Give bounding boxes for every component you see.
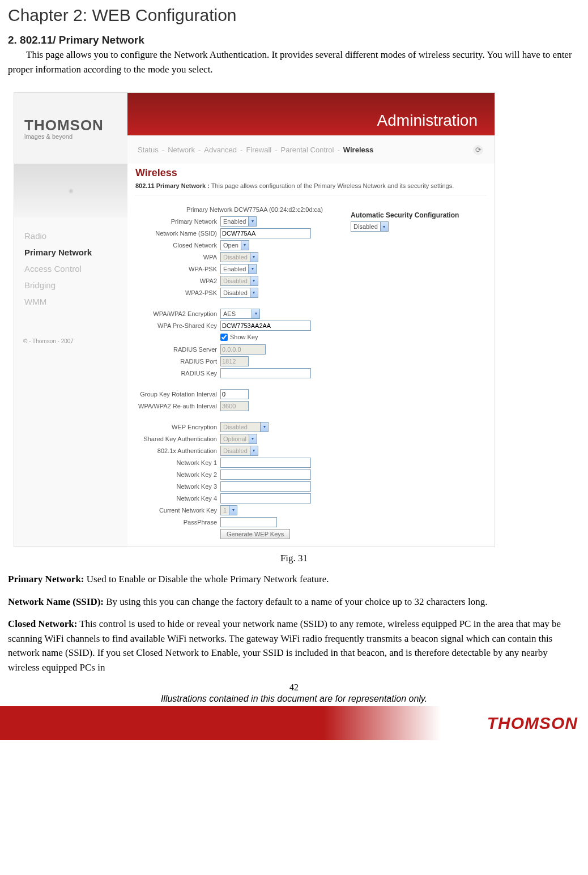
psk-label: WPA Pre-Shared Key bbox=[135, 322, 220, 329]
wpapsk-select[interactable]: Enabled▾ bbox=[220, 264, 257, 274]
autosec-select[interactable]: Disabled▾ bbox=[351, 221, 389, 232]
embedded-screenshot: THOMSON images & beyond Administration S… bbox=[14, 92, 495, 547]
page-number: 42 bbox=[8, 682, 580, 693]
wpa2psk-select[interactable]: Disabled▾ bbox=[220, 288, 258, 298]
shared-label: Shared Key Authentication bbox=[135, 436, 220, 442]
subheading-bold: 802.11 Primary Network : bbox=[135, 182, 210, 189]
admin-title: Administration bbox=[377, 112, 478, 130]
chevron-down-icon: ▾ bbox=[250, 253, 258, 262]
menu-status[interactable]: Status bbox=[138, 146, 159, 154]
wpa-label: WPA bbox=[135, 254, 220, 261]
intro-paragraph: This page allows you to configure the Ne… bbox=[8, 48, 580, 76]
wpa-select: Disabled▾ bbox=[220, 252, 258, 262]
chevron-down-icon: ▾ bbox=[248, 217, 256, 226]
group-key-input[interactable] bbox=[220, 389, 249, 399]
nk1-label: Network Key 1 bbox=[135, 459, 220, 466]
content-subheading: 802.11 Primary Network : This page allow… bbox=[135, 182, 487, 195]
curkey-label: Current Network Key bbox=[135, 507, 220, 514]
encryption-select[interactable]: AES▾ bbox=[220, 309, 260, 319]
reauth-input bbox=[220, 401, 249, 411]
logo-area: THOMSON images & beyond bbox=[14, 93, 127, 164]
curkey-select: 1▾ bbox=[220, 505, 237, 515]
admin-header-bar: Administration bbox=[127, 93, 495, 135]
shared-select: Optional▾ bbox=[220, 434, 257, 444]
psk-input[interactable] bbox=[220, 321, 311, 331]
sidebar-item-primary-network[interactable]: Primary Network bbox=[24, 244, 127, 261]
sidebar-item-bridging[interactable]: Bridging bbox=[24, 277, 127, 293]
nk2-input[interactable] bbox=[220, 469, 311, 480]
radius-port-label: RADIUS Port bbox=[135, 358, 220, 365]
autosec-title: Automatic Security Configuration bbox=[351, 211, 459, 219]
menu-network[interactable]: Network bbox=[168, 146, 195, 154]
chevron-down-icon: ▾ bbox=[241, 241, 249, 250]
group-key-label: Group Key Rotation Interval bbox=[135, 391, 220, 398]
primary-network-header: Primary Network DCW775AA (00:24:d2:c2:0d… bbox=[135, 206, 326, 213]
refresh-icon[interactable]: ⟳ bbox=[473, 145, 483, 155]
nk4-label: Network Key 4 bbox=[135, 495, 220, 502]
reauth-label: WPA/WPA2 Re-auth Interval bbox=[135, 403, 220, 409]
chevron-down-icon: ▾ bbox=[248, 264, 256, 274]
figure-caption: Fig. 31 bbox=[8, 553, 580, 564]
nk1-input[interactable] bbox=[220, 458, 311, 468]
ssid-label: Network Name (SSID) bbox=[135, 230, 220, 237]
wpapsk-label: WPA-PSK bbox=[135, 266, 220, 272]
chevron-down-icon: ▾ bbox=[250, 288, 258, 297]
nk4-input[interactable] bbox=[220, 493, 311, 503]
chevron-down-icon: ▾ bbox=[249, 434, 257, 443]
showkey-checkbox[interactable] bbox=[220, 334, 228, 341]
radius-server-input bbox=[220, 344, 266, 355]
subheading-text: This page allows configuration of the Pr… bbox=[210, 182, 454, 189]
radius-key-input[interactable] bbox=[220, 368, 311, 378]
menu-wireless[interactable]: Wireless bbox=[343, 146, 373, 154]
intro-text: This page allows you to configure the Ne… bbox=[8, 49, 572, 75]
nk3-label: Network Key 3 bbox=[135, 483, 220, 490]
chapter-title: Chapter 2: WEB Configuration bbox=[8, 6, 580, 25]
chevron-down-icon: ▾ bbox=[252, 309, 259, 318]
section-title: 2. 802.11/ Primary Network bbox=[8, 34, 580, 46]
ssid-input[interactable] bbox=[220, 228, 311, 238]
wep-select: Disabled▾ bbox=[220, 422, 269, 432]
footer-band: THOMSON bbox=[0, 706, 588, 740]
menu-advanced[interactable]: Advanced bbox=[204, 146, 237, 154]
radius-server-label: RADIUS Server bbox=[135, 346, 220, 353]
enc-label: WPA/WPA2 Encryption bbox=[135, 310, 220, 317]
logo-tagline: images & beyond bbox=[24, 133, 73, 140]
radius-key-label: RADIUS Key bbox=[135, 370, 220, 377]
sidebar-nav: Radio Primary Network Access Control Bri… bbox=[14, 217, 127, 332]
sidebar-copyright: © - Thomson - 2007 bbox=[14, 332, 127, 350]
wep-label: WEP Encryption bbox=[135, 424, 220, 430]
illustration-note: Illustrations contained in this document… bbox=[8, 693, 580, 706]
chevron-down-icon: ▾ bbox=[229, 506, 237, 515]
sidebar-item-wmm[interactable]: WMM bbox=[24, 293, 127, 310]
chevron-down-icon: ▾ bbox=[250, 446, 258, 455]
generate-wep-button[interactable]: Generate WEP Keys bbox=[220, 529, 290, 539]
main-menu: Status- Network- Advanced- Firewall- Par… bbox=[127, 135, 495, 164]
nk3-input[interactable] bbox=[220, 481, 311, 492]
dot1x-select: Disabled▾ bbox=[220, 446, 258, 456]
pass-label: PassPhrase bbox=[135, 519, 220, 526]
desc-primary-network: Primary Network: Used to Enable or Disab… bbox=[8, 572, 580, 587]
thomson-logo: THOMSON bbox=[24, 117, 104, 134]
menu-firewall[interactable]: Firewall bbox=[246, 146, 271, 154]
primary-network-select[interactable]: Enabled▾ bbox=[220, 216, 257, 227]
primary-network-label: Primary Network bbox=[135, 218, 220, 225]
desc-ssid: Network Name (SSID): By using this you c… bbox=[8, 595, 580, 609]
closed-label: Closed Network bbox=[135, 242, 220, 249]
footer-thomson-logo: THOMSON bbox=[487, 714, 578, 733]
chevron-down-icon: ▾ bbox=[250, 276, 258, 285]
nk2-label: Network Key 2 bbox=[135, 471, 220, 478]
desc-closed-network: Closed Network: This control is used to … bbox=[8, 617, 580, 675]
passphrase-input[interactable] bbox=[220, 517, 277, 527]
sidebar-image: ◉ bbox=[14, 164, 127, 217]
chevron-down-icon: ▾ bbox=[260, 422, 268, 432]
chevron-down-icon: ▾ bbox=[380, 222, 388, 231]
content-heading: Wireless bbox=[135, 167, 487, 179]
dot1x-label: 802.1x Authentication bbox=[135, 447, 220, 454]
wpa2-select: Disabled▾ bbox=[220, 276, 258, 286]
wpa2psk-label: WPA2-PSK bbox=[135, 289, 220, 296]
radius-port-input bbox=[220, 356, 249, 366]
closed-select[interactable]: Open▾ bbox=[220, 240, 249, 250]
sidebar-item-radio[interactable]: Radio bbox=[24, 228, 127, 244]
menu-parental[interactable]: Parental Control bbox=[281, 146, 334, 154]
sidebar-item-access-control[interactable]: Access Control bbox=[24, 261, 127, 277]
